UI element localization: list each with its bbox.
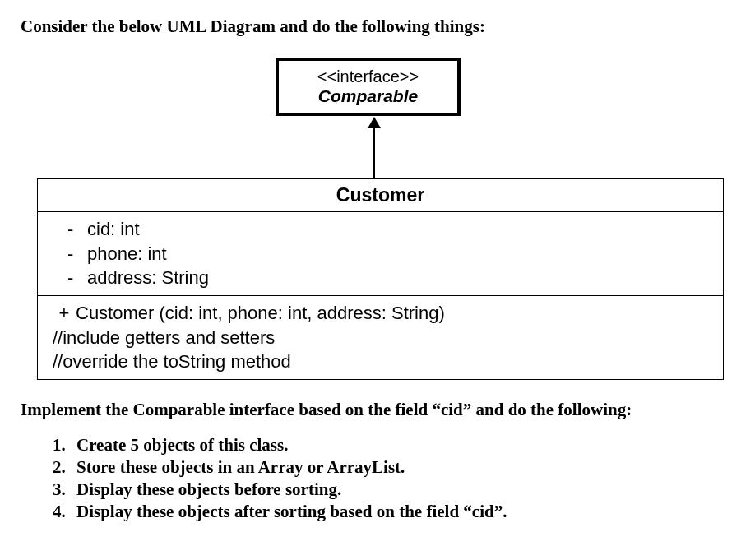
task-item: Display these objects before sorting. [70, 479, 734, 500]
realization-arrow [366, 117, 382, 178]
uml-diagram: <<interface>> Comparable Customer - cid:… [21, 49, 734, 395]
comment-line: //override the toString method [53, 349, 708, 374]
class-box: Customer - cid: int - phone: int - addre… [37, 178, 724, 380]
operations-compartment: +Customer (cid: int, phone: int, address… [38, 296, 723, 379]
instruction-heading: Consider the below UML Diagram and do th… [21, 16, 734, 37]
task-list: Create 5 objects of this class. Store th… [21, 435, 734, 522]
attribute-text: address: String [87, 266, 209, 290]
attribute-row: - phone: int [63, 242, 706, 266]
visibility-marker: - [63, 242, 87, 266]
interface-name: Comparable [287, 86, 449, 106]
visibility-marker: + [53, 301, 76, 326]
task-item: Create 5 objects of this class. [70, 435, 734, 456]
implement-instruction: Implement the Comparable interface based… [21, 400, 734, 420]
arrow-line-icon [373, 125, 375, 178]
visibility-marker: - [63, 266, 87, 290]
class-name: Customer [38, 179, 723, 212]
operation-text: Customer (cid: int, phone: int, address:… [76, 303, 445, 323]
interface-box: <<interface>> Comparable [276, 58, 461, 116]
attribute-row: - address: String [63, 266, 706, 290]
attribute-text: phone: int [87, 242, 167, 266]
task-item: Display these objects after sorting base… [70, 502, 734, 522]
operation-row: +Customer (cid: int, phone: int, address… [53, 301, 708, 326]
attributes-compartment: - cid: int - phone: int - address: Strin… [38, 212, 723, 296]
interface-stereotype: <<interface>> [287, 67, 449, 86]
comment-line: //include getters and setters [53, 326, 708, 350]
attribute-text: cid: int [87, 217, 140, 242]
task-item: Store these objects in an Array or Array… [70, 457, 734, 478]
visibility-marker: - [63, 217, 87, 242]
attribute-row: - cid: int [63, 217, 706, 242]
